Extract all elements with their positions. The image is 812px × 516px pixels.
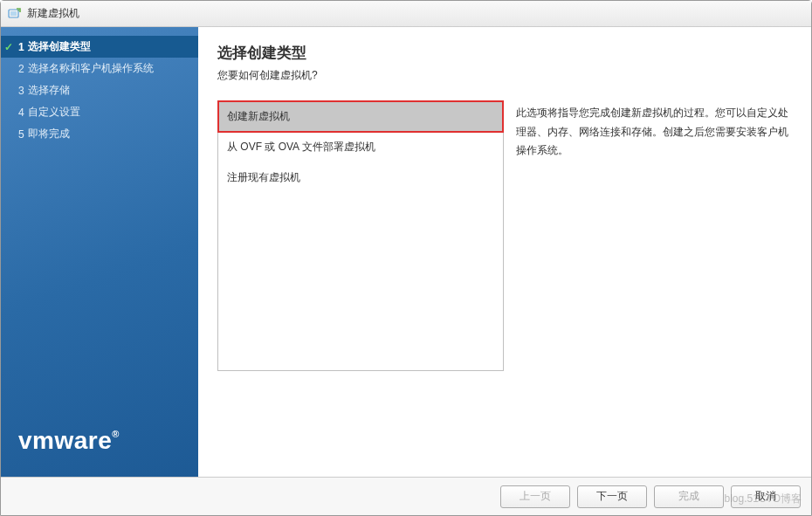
finish-button[interactable]: 完成 bbox=[654, 485, 724, 508]
step-num: 1 bbox=[18, 41, 24, 53]
step-select-creation-type[interactable]: ✓ 1 选择创建类型 bbox=[1, 36, 198, 58]
wizard-steps: ✓ 1 选择创建类型 2 选择名称和客户机操作系统 3 选择存储 4 自定义设置 bbox=[1, 36, 198, 145]
button-bar: 上一页 下一页 完成 取消 bbox=[1, 477, 811, 515]
svg-rect-1 bbox=[10, 11, 17, 16]
step-num: 3 bbox=[18, 85, 24, 97]
step-select-storage[interactable]: 3 选择存储 bbox=[1, 79, 198, 101]
window-title: 新建虚拟机 bbox=[27, 6, 79, 21]
step-num: 4 bbox=[18, 107, 24, 119]
creation-type-row: 创建新虚拟机 从 OVF 或 OVA 文件部署虚拟机 注册现有虚拟机 此选项将指… bbox=[217, 100, 790, 468]
step-label: 选择名称和客户机操作系统 bbox=[28, 61, 154, 76]
option-deploy-from-ovf-ova[interactable]: 从 OVF 或 OVA 文件部署虚拟机 bbox=[218, 132, 503, 162]
step-label: 选择存储 bbox=[28, 83, 70, 98]
option-register-existing-vm[interactable]: 注册现有虚拟机 bbox=[218, 162, 503, 193]
creation-type-list: 创建新虚拟机 从 OVF 或 OVA 文件部署虚拟机 注册现有虚拟机 bbox=[217, 100, 504, 371]
vmware-logo: vmware® bbox=[1, 427, 198, 477]
titlebar: 新建虚拟机 bbox=[1, 1, 811, 27]
new-vm-wizard-dialog: 新建虚拟机 ✓ 1 选择创建类型 2 选择名称和客户机操作系统 3 选择存储 bbox=[0, 0, 812, 516]
option-create-new-vm[interactable]: 创建新虚拟机 bbox=[218, 101, 503, 132]
step-label: 自定义设置 bbox=[28, 105, 80, 120]
step-label: 即将完成 bbox=[28, 127, 70, 141]
step-customize-settings[interactable]: 4 自定义设置 bbox=[1, 101, 198, 123]
check-icon: ✓ bbox=[4, 41, 13, 53]
back-button[interactable]: 上一页 bbox=[500, 485, 570, 508]
step-ready-to-complete[interactable]: 5 即将完成 bbox=[1, 123, 198, 145]
cancel-button[interactable]: 取消 bbox=[731, 485, 801, 508]
vm-icon bbox=[8, 7, 22, 21]
page-title: 选择创建类型 bbox=[217, 43, 790, 63]
step-label: 选择创建类型 bbox=[28, 39, 91, 54]
option-description: 此选项将指导您完成创建新虚拟机的过程。您可以自定义处理器、内存、网络连接和存储。… bbox=[516, 100, 790, 468]
step-num: 5 bbox=[18, 128, 24, 141]
wizard-sidebar: ✓ 1 选择创建类型 2 选择名称和客户机操作系统 3 选择存储 4 自定义设置 bbox=[1, 27, 198, 477]
step-name-and-guest-os[interactable]: 2 选择名称和客户机操作系统 bbox=[1, 58, 198, 79]
main-area: ✓ 1 选择创建类型 2 选择名称和客户机操作系统 3 选择存储 4 自定义设置 bbox=[1, 27, 811, 477]
wizard-content: 选择创建类型 您要如何创建虚拟机? 创建新虚拟机 从 OVF 或 OVA 文件部… bbox=[198, 27, 811, 477]
step-num: 2 bbox=[18, 63, 24, 75]
next-button[interactable]: 下一页 bbox=[577, 485, 647, 508]
page-subtitle: 您要如何创建虚拟机? bbox=[217, 68, 790, 83]
